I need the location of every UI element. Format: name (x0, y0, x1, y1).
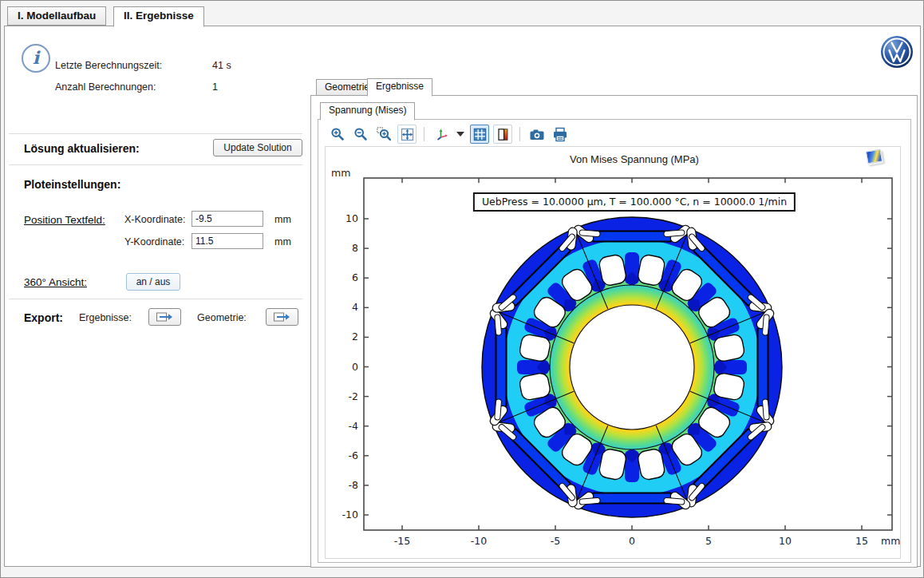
plot-annotation: UebPress = 10.0000 µm, T = 100.000 °C, n… (473, 192, 796, 212)
vw-logo (880, 35, 914, 72)
update-solution-label: Lösung aktualisieren: (24, 142, 140, 155)
y-tick-label: -10 (342, 509, 358, 521)
y-tick-label: 0 (352, 361, 358, 373)
last-computation-label: Letzte Berechnungszeit: (55, 60, 162, 71)
axes-dropdown-caret[interactable] (455, 125, 466, 144)
separator (9, 164, 302, 165)
view-360-toggle-button[interactable]: an / aus (126, 273, 180, 291)
plot-area[interactable]: Von Mises Spannung (MPa) -15-10-50510151… (325, 146, 901, 559)
toolbar-separator (424, 127, 424, 141)
y-tick-label: -6 (349, 449, 359, 461)
x-coordinate-label: X-Koordinate: (124, 214, 185, 225)
results-tab-ergebnisse[interactable]: Ergebnisse (367, 78, 432, 97)
zoom-extents-icon[interactable] (397, 125, 417, 144)
export-icon (274, 311, 290, 323)
plot-toolbar (328, 123, 570, 145)
x-unit-label: mm (274, 214, 291, 225)
x-tick-label: 5 (705, 535, 712, 547)
app-window: I. Modellaufbau II. Ergebnisse i Letzte … (0, 0, 924, 578)
export-icon (156, 311, 173, 323)
axes-orientation-icon[interactable] (432, 125, 451, 144)
separator (9, 299, 302, 299)
x-coordinate-input[interactable] (192, 211, 263, 227)
export-results-button[interactable] (148, 308, 181, 326)
computation-count-label: Anzahl Berechnungen: (55, 81, 156, 93)
x-tick-label: 0 (629, 535, 635, 547)
y-tick-label: 4 (352, 301, 358, 313)
toolbar-separator (519, 127, 520, 141)
plot-settings-heading: Ploteinstellungen: (24, 178, 120, 191)
zoom-in-icon[interactable] (328, 125, 347, 144)
y-tick-label: 2 (352, 331, 358, 342)
position-textfield-label: Position Textfeld: (24, 214, 105, 226)
motor-cross-section (482, 217, 782, 517)
info-icon: i (22, 44, 50, 73)
y-tick-label: 10 (346, 212, 358, 224)
y-tick-label: 6 (352, 271, 358, 283)
x-tick-label: 15 (855, 535, 868, 547)
export-results-label: Ergebnisse: (79, 312, 132, 323)
y-coordinate-input[interactable] (192, 233, 263, 249)
snapshot-camera-icon[interactable] (527, 125, 547, 144)
export-geometry-button[interactable] (266, 308, 298, 326)
grid-toggle-icon[interactable] (470, 125, 489, 144)
zoom-out-icon[interactable] (351, 125, 370, 144)
x-tick-label: -15 (394, 535, 410, 547)
print-icon[interactable] (551, 125, 570, 144)
plot-tab-spannung-mises[interactable]: Spannung (Mises) (320, 102, 415, 121)
y-tick-label: -4 (349, 420, 359, 432)
y-coordinate-label: Y-Koordinate: (124, 236, 184, 247)
y-axis-unit: mm (331, 167, 350, 179)
color-legend-icon[interactable] (493, 125, 512, 144)
x-tick-label: -10 (471, 535, 487, 547)
x-tick-label: -5 (551, 535, 560, 547)
export-label: Export: (24, 311, 63, 324)
separator (9, 133, 302, 134)
x-tick-label: 10 (779, 535, 792, 547)
y-tick-label: -8 (349, 479, 359, 491)
view-360-label: 360° Ansicht: (24, 276, 87, 288)
last-computation-value: 41 s (212, 60, 231, 71)
zoom-box-icon[interactable] (374, 125, 393, 144)
update-solution-button[interactable]: Update Solution (213, 139, 302, 156)
y-unit-label: mm (274, 236, 291, 247)
x-axis-unit: mm (881, 535, 900, 547)
y-tick-label: 8 (352, 242, 358, 254)
tab-modellaufbau[interactable]: I. Modellaufbau (7, 6, 106, 26)
export-geometry-label: Geometrie: (197, 312, 247, 323)
y-tick-label: -2 (349, 390, 358, 402)
computation-count-value: 1 (212, 81, 218, 93)
tab-ergebnisse[interactable]: II. Ergebnisse (113, 6, 204, 27)
